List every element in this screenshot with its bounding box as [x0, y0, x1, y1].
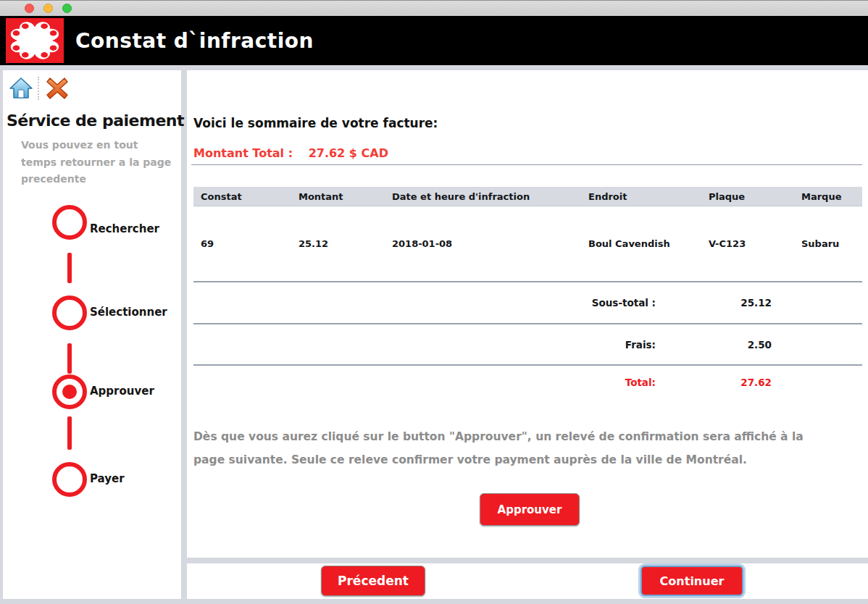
- app-window: Constat d`infraction: [0, 0, 868, 604]
- approve-note: Dès que vous aurez cliqué sur le button …: [193, 425, 804, 471]
- table-row: 69 25.12 2018-01-08 Boul Cavendish V-C12…: [193, 206, 862, 282]
- sidebar-note: Vous pouvez en tout temps retourner a la…: [21, 137, 171, 188]
- subtotal-label: Sous-total :: [592, 297, 656, 309]
- step-circle-rechercher: [52, 205, 87, 240]
- fees-value: 2.50: [656, 339, 772, 351]
- invoice-summary-heading: Voici le sommaire de votre facture:: [193, 116, 438, 130]
- column-header-plaque: Plaque: [701, 191, 794, 202]
- approve-note-line: Dès que vous aurez cliqué sur le button …: [193, 425, 804, 448]
- step-label-selectionner: Sélectionner: [90, 306, 167, 319]
- window-titlebar: [0, 0, 868, 16]
- sidebar-note-line: temps retourner a la page: [21, 154, 171, 172]
- close-window-icon[interactable]: [25, 4, 34, 13]
- cell-marque: Subaru: [794, 238, 862, 249]
- sidebar-toolbar: [9, 74, 70, 103]
- sidebar-heading: Sérvice de paiement: [7, 112, 184, 130]
- approve-button[interactable]: Approuver: [480, 493, 580, 526]
- step-circle-approuver: [52, 374, 87, 409]
- montreal-logo-icon: [6, 18, 64, 63]
- sidebar-note-line: precedente: [21, 171, 171, 188]
- step-label-rechercher: Rechercher: [90, 222, 159, 235]
- montant-total-line: Montant Total : 27.62 $ CAD: [193, 146, 388, 160]
- app-header: Constat d`infraction: [0, 16, 868, 65]
- fees-label: Frais:: [625, 339, 656, 351]
- approve-note-line: page suivante. Seule ce releve confirmer…: [193, 448, 804, 471]
- footer-bar: Précedent Continuer: [187, 563, 868, 599]
- column-header-constat: Constat: [193, 191, 291, 202]
- subtotal-value: 25.12: [656, 297, 772, 309]
- sidebar: Sérvice de paiement Vous pouvez en tout …: [3, 70, 181, 599]
- step-connector: [67, 343, 72, 374]
- step-label-payer: Payer: [90, 472, 125, 485]
- step-connector: [67, 253, 72, 283]
- continue-button[interactable]: Continuer: [640, 566, 743, 596]
- step-label-approuver: Approuver: [90, 385, 154, 398]
- toolbar-divider: [38, 77, 39, 100]
- column-header-endroit: Endroit: [581, 191, 701, 202]
- cell-montant: 25.12: [291, 238, 385, 249]
- page-title: Constat d`infraction: [75, 29, 314, 53]
- step-active-dot: [62, 385, 77, 399]
- step-circle-selectionner: [52, 295, 87, 330]
- previous-button[interactable]: Précedent: [321, 566, 425, 596]
- home-icon[interactable]: [9, 76, 33, 101]
- zoom-window-icon[interactable]: [62, 4, 72, 13]
- montant-total-label: Montant Total :: [193, 146, 293, 160]
- step-circle-payer: [52, 462, 87, 497]
- column-header-date: Date et heure d'infraction: [385, 191, 581, 202]
- main-panel: Voici le sommaire de votre facture: Mont…: [187, 70, 868, 558]
- table-header-row: Constat Montant Date et heure d'infracti…: [193, 187, 862, 206]
- sidebar-note-line: Vous pouvez en tout: [21, 137, 171, 154]
- subtotal-row: Sous-total : 25.12: [193, 282, 862, 324]
- cell-endroit: Boul Cavendish: [581, 238, 701, 249]
- total-label: Total:: [625, 377, 656, 388]
- close-icon[interactable]: [45, 76, 70, 101]
- column-header-marque: Marque: [794, 191, 862, 202]
- total-row: Total: 27.62: [193, 366, 862, 399]
- cell-plaque: V-C123: [701, 238, 794, 249]
- cell-constat: 69: [193, 238, 291, 249]
- fees-row: Frais: 2.50: [193, 324, 862, 366]
- total-value: 27.62: [656, 377, 772, 388]
- cell-date: 2018-01-08: [385, 238, 581, 249]
- separator: [191, 164, 862, 165]
- step-connector: [67, 416, 72, 450]
- montant-total-value: 27.62 $ CAD: [309, 146, 388, 160]
- minimize-window-icon[interactable]: [43, 4, 53, 13]
- column-header-montant: Montant: [291, 191, 385, 202]
